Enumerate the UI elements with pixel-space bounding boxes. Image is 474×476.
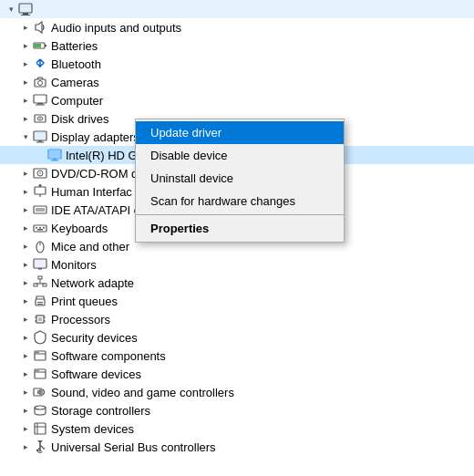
context-menu-scan[interactable]: Scan for hardware changes xyxy=(136,190,344,212)
sound-chevron xyxy=(18,385,33,399)
svg-rect-23 xyxy=(51,160,58,161)
security-label: Security devices xyxy=(51,331,474,345)
audio-label: Audio inputs and outputs xyxy=(51,21,474,35)
svg-point-65 xyxy=(37,370,39,372)
svg-rect-11 xyxy=(37,103,43,105)
bluetooth-label: Bluetooth xyxy=(51,57,474,71)
tree-item-print[interactable]: Print queues xyxy=(0,292,474,310)
mice-chevron xyxy=(18,239,33,254)
disk-chevron xyxy=(18,111,33,126)
computer-icon xyxy=(33,93,47,108)
tree-item-security[interactable]: Security devices xyxy=(0,328,474,347)
batteries-chevron xyxy=(18,38,33,53)
software-comp-label: Software components xyxy=(51,349,474,363)
computer-chevron xyxy=(18,93,33,108)
tree-item-processors[interactable]: Processors xyxy=(0,310,474,328)
svg-point-60 xyxy=(36,352,37,354)
storage-label: Storage controllers xyxy=(51,404,474,418)
context-menu-uninstall[interactable]: Uninstall device xyxy=(136,167,344,190)
svg-rect-10 xyxy=(34,95,46,103)
audio-chevron xyxy=(18,20,33,35)
context-menu-disable[interactable]: Disable device xyxy=(136,144,344,167)
tree-item-sound[interactable]: Sound, video and game controllers xyxy=(0,383,474,401)
print-label: Print queues xyxy=(51,295,474,308)
svg-rect-30 xyxy=(34,206,46,213)
context-menu: Update driverDisable deviceUninstall dev… xyxy=(135,119,345,243)
software-dev-chevron xyxy=(18,367,33,381)
tree-item-computer[interactable]: Computer xyxy=(0,91,474,109)
network-chevron xyxy=(18,275,33,290)
svg-rect-36 xyxy=(43,227,45,229)
usb-icon xyxy=(33,440,47,454)
monitors-label: Monitors xyxy=(51,258,474,272)
software-icon xyxy=(33,348,47,363)
ide-chevron xyxy=(18,202,33,217)
tree-item-network[interactable]: Network adapte xyxy=(0,274,474,292)
human-icon xyxy=(33,184,47,199)
bluetooth-chevron xyxy=(18,57,33,71)
context-menu-separator xyxy=(136,214,344,215)
dvd-chevron xyxy=(18,166,33,181)
sound-icon xyxy=(33,385,47,399)
storage-icon xyxy=(33,403,47,418)
svg-rect-12 xyxy=(36,105,45,106)
svg-point-15 xyxy=(39,118,41,119)
svg-rect-6 xyxy=(45,45,46,47)
svg-rect-71 xyxy=(35,423,46,434)
svg-rect-17 xyxy=(35,132,46,140)
keyboard-icon xyxy=(33,221,47,235)
system-chevron xyxy=(18,421,33,436)
root-chevron xyxy=(4,2,18,16)
ide-icon xyxy=(33,202,47,217)
tree-item-storage[interactable]: Storage controllers xyxy=(0,401,474,419)
sound-label: Sound, video and game controllers xyxy=(51,386,474,399)
context-menu-properties[interactable]: Properties xyxy=(136,217,344,240)
tree-item-system[interactable]: System devices xyxy=(0,419,474,438)
svg-rect-1 xyxy=(23,13,28,15)
camera-icon xyxy=(33,75,47,89)
battery-icon xyxy=(33,38,47,53)
tree-item-monitors[interactable]: Monitors xyxy=(0,255,474,274)
monitor-icon xyxy=(33,257,47,272)
software-icon xyxy=(33,367,47,381)
batteries-label: Batteries xyxy=(51,39,474,53)
svg-rect-53 xyxy=(38,317,42,321)
svg-point-64 xyxy=(36,370,37,372)
svg-rect-3 xyxy=(20,5,31,12)
svg-rect-18 xyxy=(38,140,42,142)
tree-item-audio[interactable]: Audio inputs and outputs xyxy=(0,18,474,36)
software-dev-label: Software devices xyxy=(51,367,474,381)
tree-root[interactable] xyxy=(0,0,474,18)
svg-rect-22 xyxy=(53,159,57,160)
svg-point-80 xyxy=(38,451,42,453)
tree-item-software-dev[interactable]: Software devices xyxy=(0,365,474,383)
print-chevron xyxy=(18,294,33,308)
svg-point-29 xyxy=(39,184,42,187)
svg-point-26 xyxy=(39,172,41,174)
svg-rect-21 xyxy=(49,150,60,158)
computer-label: Computer xyxy=(51,94,474,108)
svg-rect-42 xyxy=(38,268,42,270)
context-menu-update[interactable]: Update driver xyxy=(136,121,344,144)
tree-item-usb[interactable]: Universal Serial Bus controllers xyxy=(0,438,474,456)
svg-rect-77 xyxy=(43,448,45,450)
svg-rect-35 xyxy=(39,227,41,229)
context-menu-items: Update driverDisable deviceUninstall dev… xyxy=(136,121,344,240)
tree-item-batteries[interactable]: Batteries xyxy=(0,36,474,55)
disk-icon xyxy=(33,111,47,126)
usb-label: Universal Serial Bus controllers xyxy=(51,440,474,454)
svg-point-70 xyxy=(35,406,46,409)
network-label: Network adapte xyxy=(51,276,474,290)
svg-marker-4 xyxy=(36,22,42,33)
svg-rect-7 xyxy=(35,44,41,47)
svg-marker-75 xyxy=(37,440,43,443)
tree-item-cameras[interactable]: Cameras xyxy=(0,73,474,91)
bluetooth-icon xyxy=(33,57,47,71)
tree-item-bluetooth[interactable]: Bluetooth xyxy=(0,55,474,73)
keyboards-chevron xyxy=(18,221,33,235)
svg-rect-43 xyxy=(38,276,42,279)
network-icon xyxy=(33,275,47,290)
svg-rect-27 xyxy=(35,187,46,194)
human-chevron xyxy=(18,184,33,199)
tree-item-software-comp[interactable]: Software components xyxy=(0,347,474,365)
